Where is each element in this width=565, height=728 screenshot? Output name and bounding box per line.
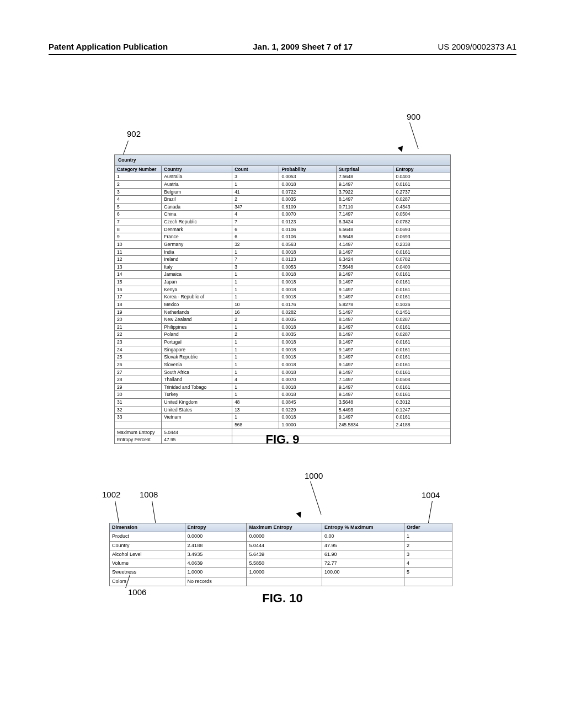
table-cell: 7.1497: [336, 211, 393, 218]
table-cell: 0.0287: [393, 196, 451, 204]
table-cell: 27: [115, 368, 162, 376]
callout-1008-leader: [152, 501, 156, 524]
table-cell: 1: [232, 368, 279, 376]
fig10-header-row: DimensionEntropyMaximum EntropyEntropy %…: [110, 523, 452, 532]
table-cell: 7: [232, 218, 279, 226]
table-cell: 9.1497: [336, 279, 393, 286]
table-cell: Canada: [162, 203, 232, 211]
table-cell: 9.1497: [336, 286, 393, 293]
table-row: 9France60.01066.56480.0693: [115, 233, 451, 241]
fig10-col-1: Entropy: [185, 523, 247, 532]
fig9-col-2: Count: [232, 165, 279, 173]
table-cell: 25: [115, 354, 162, 361]
table-cell: 6: [115, 211, 162, 218]
table-cell: Italy: [162, 263, 232, 271]
fig9-total-row: 5681.0000245.58342.4188: [115, 421, 451, 429]
table-row: 15Japan10.00189.14970.0161: [115, 279, 451, 286]
callout-1004: 1004: [422, 490, 440, 500]
table-cell: 0.1451: [393, 308, 451, 316]
table-cell: 5.4493: [336, 406, 393, 414]
callout-1004-leader: [428, 501, 433, 524]
table-cell: 2.4188: [393, 421, 451, 429]
table-cell: 72.77: [322, 559, 404, 568]
table-cell: 0.0053: [279, 173, 337, 181]
callout-1002: 1002: [102, 490, 120, 499]
table-row: 7Czech Republic70.01236.34240.0782: [115, 218, 451, 226]
fig10-table: DimensionEntropyMaximum EntropyEntropy %…: [109, 523, 452, 586]
table-cell: 0.0400: [393, 173, 451, 181]
table-cell: [162, 421, 232, 429]
table-cell: New Zealand: [162, 316, 232, 324]
table-cell: 6.5648: [336, 226, 393, 233]
table-row: ColorsNo records: [110, 577, 452, 586]
table-cell: 9.1497: [336, 248, 393, 256]
table-cell: 0.0161: [393, 361, 451, 368]
table-cell: Vietnam: [162, 414, 232, 421]
fig9-col-4: Surprisal: [336, 165, 393, 173]
table-cell: 7: [232, 256, 279, 264]
table-cell: Korea - Republic of: [162, 293, 232, 301]
callout-900: 900: [407, 112, 420, 121]
table-cell: 9.1497: [336, 293, 393, 301]
table-cell: 0.0161: [393, 391, 451, 399]
table-cell: 13: [115, 263, 162, 271]
table-cell: 0.0018: [279, 323, 337, 331]
table-cell: 2.4188: [185, 541, 247, 550]
table-cell: 9.1497: [336, 414, 393, 421]
table-row: 13Italy30.00537.56480.0400: [115, 263, 451, 271]
table-cell: 0.0161: [393, 383, 451, 391]
table-cell: 3: [232, 263, 279, 271]
table-cell: Brazil: [162, 196, 232, 204]
table-cell: Netherlands: [162, 308, 232, 316]
table-cell: 8.1497: [336, 331, 393, 339]
fig10-caption: FIG. 10: [0, 591, 565, 606]
table-cell: 0.0282: [279, 308, 337, 316]
table-row: 1Australia30.00537.56480.0400: [115, 173, 451, 181]
fig9-title: Country: [115, 155, 451, 166]
table-cell: 3.4935: [185, 550, 247, 559]
table-cell: France: [162, 233, 232, 241]
table-cell: South Africa: [162, 368, 232, 376]
table-cell: 0.2737: [393, 188, 451, 196]
table-cell: 245.5834: [336, 421, 393, 429]
table-cell: 5.8278: [336, 301, 393, 308]
table-cell: 19: [115, 308, 162, 316]
fig9-header-row: Category NumberCountryCountProbabilitySu…: [115, 165, 451, 173]
table-row: 32United States130.02295.44930.1247: [115, 406, 451, 414]
table-cell: [115, 421, 162, 429]
table-row: 16Kenya10.00189.14970.0161: [115, 286, 451, 293]
table-cell: 1: [115, 173, 162, 181]
fig9-table: Country Category NumberCountryCountProba…: [114, 154, 451, 444]
table-cell: Mexico: [162, 301, 232, 308]
table-cell: 1.0000: [185, 568, 247, 577]
table-cell: 1: [232, 293, 279, 301]
table-cell: 4: [232, 211, 279, 218]
table-cell: 5.0444: [247, 541, 322, 550]
table-cell: 0.0504: [393, 211, 451, 218]
table-cell: Ireland: [162, 256, 232, 264]
table-row: 17Korea - Republic of10.00189.14970.0161: [115, 293, 451, 301]
table-cell: 0.0161: [393, 414, 451, 421]
table-cell: 0.0018: [279, 383, 337, 391]
table-cell: 11: [115, 248, 162, 256]
table-cell: 9.1497: [336, 361, 393, 368]
table-cell: 0.2338: [393, 240, 451, 248]
table-cell: 23: [115, 339, 162, 346]
table-cell: 0.0161: [393, 279, 451, 286]
table-cell: 17: [115, 293, 162, 301]
table-row: 31United Kingdom480.08453.56480.3012: [115, 399, 451, 406]
table-cell: 5.1497: [336, 308, 393, 316]
table-cell: 0.0693: [393, 233, 451, 241]
table-cell: India: [162, 248, 232, 256]
table-cell: Austria: [162, 180, 232, 188]
table-cell: 0.0123: [279, 256, 337, 264]
table-cell: 0.0018: [279, 286, 337, 293]
table-row: 11India10.00189.14970.0161: [115, 248, 451, 256]
table-cell: Germany: [162, 240, 232, 248]
table-cell: Sweetness: [110, 568, 185, 577]
callout-1002-leader: [115, 501, 119, 524]
table-cell: Country: [110, 541, 185, 550]
table-cell: Poland: [162, 331, 232, 339]
table-cell: Kenya: [162, 286, 232, 293]
table-cell: 4.1497: [336, 240, 393, 248]
